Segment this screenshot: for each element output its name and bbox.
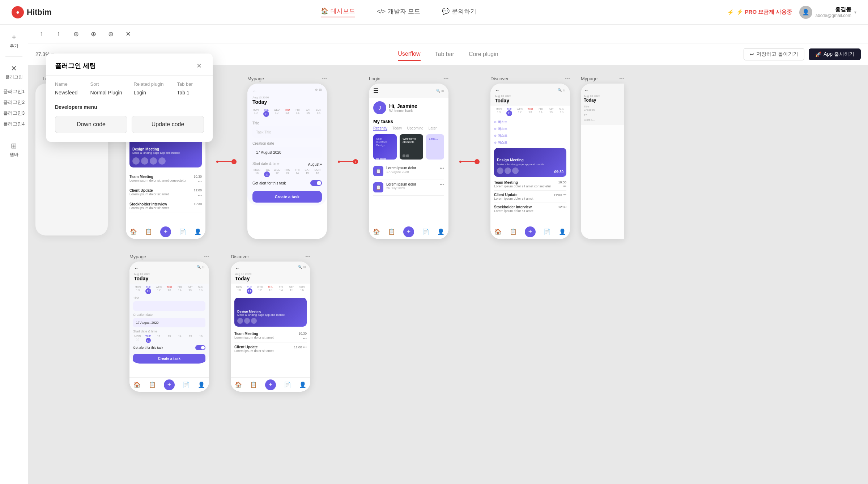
- col-related-value: Login: [133, 90, 174, 95]
- sidebar-item-add[interactable]: + 추가: [0, 30, 28, 52]
- modal-table: Name Sort Related plugin Tab bar Newsfee…: [46, 76, 213, 101]
- title-input[interactable]: Task Title: [252, 126, 322, 138]
- phone-title-login: Login: [369, 76, 380, 81]
- more-icon-1[interactable]: •••: [439, 166, 444, 171]
- task-today: Today: [252, 99, 322, 105]
- phone-menu-r2-1[interactable]: •••: [204, 254, 209, 259]
- launch-button[interactable]: 🚀 App 출시하기: [809, 48, 861, 60]
- nav-dashboard[interactable]: 🏠 대시보드: [321, 7, 355, 17]
- my-tasks-title: My tasks: [373, 119, 444, 124]
- mini-calendar: MON10 TUE11 WED12 THU13 FRI14 SAT15 SUN1…: [252, 168, 322, 177]
- nav-inquiry-icon: 💬: [442, 8, 450, 15]
- update-code-button[interactable]: Update code: [132, 116, 204, 133]
- down-code-button[interactable]: Down code: [55, 116, 127, 133]
- phone-menu-login[interactable]: •••: [443, 76, 448, 81]
- plugin-item-2[interactable]: 플러그인2: [0, 97, 28, 108]
- close-icon: ✕: [11, 64, 17, 73]
- tab-coreplugin[interactable]: Core plugin: [469, 48, 498, 60]
- team-meeting-item: Team Meeting Lorem ipsum dolor sit amet …: [129, 173, 202, 186]
- toggle-thumb: [317, 181, 321, 185]
- tab-today[interactable]: Today: [392, 126, 402, 131]
- avatar: 👤: [799, 6, 812, 19]
- lightning-icon: ⚡: [727, 9, 734, 16]
- col-tabbar-value: Tab 1: [177, 90, 204, 95]
- user-info[interactable]: 👤 홍길동 abcde@gmail.com ▾: [799, 6, 856, 19]
- nav-inquiry[interactable]: 💬 문의하기: [442, 7, 476, 17]
- phone-label-login: Login •••: [369, 76, 448, 81]
- tab-upcoming[interactable]: Upcoming: [407, 126, 424, 131]
- chevron-down-icon: ▾: [854, 10, 856, 15]
- docs-icon[interactable]: 📄: [179, 228, 186, 235]
- create-task-button[interactable]: Create a task: [252, 191, 322, 203]
- phone-menu-mypage2[interactable]: •••: [619, 76, 624, 81]
- connector-1: +: [216, 84, 237, 239]
- sidebar-add-label: 추가: [10, 43, 18, 49]
- jasmine-info: Hi, Jasmine Welcome back: [389, 103, 417, 113]
- phone-title-r2-1: Mypage: [129, 254, 146, 259]
- tab-userflow[interactable]: Userflow: [398, 48, 420, 61]
- nav-devmode[interactable]: </> 개발자 모드: [377, 7, 420, 17]
- phone-menu-discover2[interactable]: •••: [565, 76, 570, 81]
- connector-2: +: [338, 84, 358, 239]
- modal-header: 플러그인 세팅 ✕: [46, 54, 213, 76]
- toolbar-btn-add1[interactable]: ⊕: [70, 28, 82, 40]
- profile-icon[interactable]: 👤: [194, 228, 201, 235]
- logo[interactable]: ● Hitbim: [12, 6, 69, 18]
- task-cards: User Interface Design: [373, 134, 444, 160]
- tab-tabbar[interactable]: Tab bar: [435, 48, 454, 60]
- tab-later[interactable]: Later: [429, 126, 437, 131]
- stockholder-item: Stockholder Interview Lorem ipsum dolor …: [129, 200, 202, 212]
- back-btn[interactable]: ←: [252, 88, 258, 94]
- logo-icon: ●: [12, 6, 24, 18]
- banner-title: Design Meeting: [132, 147, 180, 151]
- plugin-settings-modal: 플러그인 세팅 ✕ Name Sort Related plugin Tab b…: [46, 54, 213, 142]
- phone-frame-login: ☰ 🔍 ⊞ J Hi, Jasmine Welcome back: [369, 84, 448, 239]
- hi-jasmine: Hi, Jasmine: [389, 103, 417, 109]
- modal-close-button[interactable]: ✕: [194, 61, 204, 71]
- toolbar-btn-add3[interactable]: ⊕: [105, 28, 116, 40]
- phone-frame-mypage: ← ⊕ ⊞ Aug 13 2020 Today MON10 TUE11 WED: [247, 84, 327, 239]
- toolbar-btn-upload2[interactable]: ↑: [53, 28, 64, 40]
- tab-recently[interactable]: Recently: [373, 126, 387, 131]
- sidebar-item-plugin[interactable]: ✕ 플러그인: [0, 61, 28, 83]
- phone-frame-r2-1: ← 🔍 ⊞ Aug 13 2020 Today MON10 TUE11 WED1…: [129, 262, 209, 392]
- nav-dashboard-icon: 🏠: [321, 7, 328, 15]
- calendar-icon[interactable]: 📋: [145, 228, 152, 235]
- more-icon-2[interactable]: •••: [439, 182, 444, 187]
- welcome-back: Welcome back: [389, 109, 417, 113]
- plugin-item-1[interactable]: 플러그인1: [0, 86, 28, 97]
- nav-right: ⚡ ⚡ PRO 요금제 사용중 👤 홍길동 abcde@gmail.com ▾: [727, 6, 856, 19]
- save-button[interactable]: ↩ 저장하고 돌아가기: [744, 48, 804, 60]
- pro-badge[interactable]: ⚡ ⚡ PRO 요금제 사용중: [727, 9, 792, 16]
- nav-inquiry-label: 문의하기: [452, 7, 476, 16]
- toolbar-btn-close[interactable]: ✕: [122, 28, 134, 40]
- add-task-btn[interactable]: +: [160, 226, 171, 237]
- mypage-header: ← ⊕ ⊞ Aug 13 2020 Today: [247, 84, 327, 107]
- sidebar-item-tabbar[interactable]: ⊞ 탭바: [0, 139, 28, 161]
- title-label: Title: [252, 121, 322, 125]
- start-date-label: Start date & time: [252, 162, 279, 166]
- col-related-header: Related plugin: [133, 81, 174, 87]
- col-sort-value: Normal Plugin: [90, 90, 131, 95]
- toolbar-btn-add2[interactable]: ⊕: [88, 28, 99, 40]
- top-navigation: ● Hitbim 🏠 대시보드 </> 개발자 모드 💬 문의하기 ⚡ ⚡ PR…: [0, 0, 868, 25]
- tabbar-icon: ⊞: [11, 141, 17, 150]
- phone-menu-mypage[interactable]: •••: [322, 76, 327, 81]
- user-text: 홍길동 abcde@gmail.com: [815, 6, 851, 18]
- alert-toggle[interactable]: [310, 180, 322, 186]
- left-sidebar: + 추가 ✕ 플러그인 플러그인1 플러그인2 플러그인3 플러그인4 ⊞ 탭바: [0, 25, 28, 484]
- phone-label-r2-1: Mypage •••: [129, 254, 209, 259]
- toolbar-btn-upload1[interactable]: ↑: [35, 28, 47, 40]
- app-name: Hitbim: [27, 8, 51, 17]
- august-selector[interactable]: August ▾: [308, 162, 322, 166]
- plugin-item-4[interactable]: 플러그인4: [0, 119, 28, 130]
- modal-row-data: Newsfeed Normal Plugin Login Tab 1: [55, 90, 204, 95]
- banner-sub: Make a landing page app and mobile: [132, 151, 180, 154]
- creation-date-input[interactable]: 17 August 2020: [252, 147, 322, 158]
- title-placeholder: Task Title: [256, 130, 271, 134]
- phone-menu-r2-2[interactable]: •••: [305, 254, 310, 259]
- home-icon[interactable]: 🏠: [130, 228, 137, 235]
- plugin-item-3[interactable]: 플러그인3: [0, 108, 28, 119]
- phone-wrapper-login: Login ••• ☰ 🔍 ⊞: [369, 76, 448, 239]
- phone-title-mypage: Mypage: [247, 76, 264, 81]
